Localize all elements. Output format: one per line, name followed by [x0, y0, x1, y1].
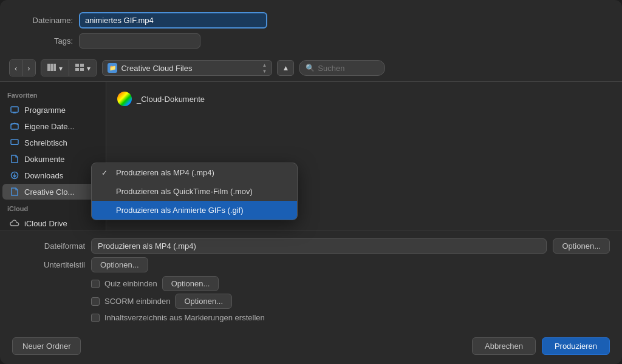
inhalts-checkbox-row: Inhaltsverzeichnis aus Markierungen erst…	[91, 311, 610, 324]
format-dropdown-menu[interactable]: ✓ Produzieren als MP4 (.mp4) Produzieren…	[91, 163, 298, 220]
scorm-options-button[interactable]: Optionen...	[175, 294, 232, 309]
sidebar-item-dokumente[interactable]: Dokumente	[2, 151, 103, 167]
format-selector[interactable]: Produzieren als MP4 (.mp4)	[91, 238, 547, 254]
sidebar: Favoriten Programme Eigene Date... Schre…	[0, 82, 106, 231]
search-icon: 🔍	[306, 64, 315, 72]
subtitle-options-button[interactable]: Optionen...	[91, 257, 148, 272]
sidebar-item-label: iCloud Drive	[24, 219, 67, 228]
sidebar-item-eigene[interactable]: Eigene Date...	[2, 118, 103, 134]
file-item-label: _Cloud-Dokumente	[137, 95, 205, 104]
back-button[interactable]: ‹	[10, 60, 22, 76]
sidebar-item-downloads[interactable]: Downloads	[2, 167, 103, 183]
svg-rect-0	[47, 64, 50, 71]
sidebar-item-label: Eigene Date...	[24, 122, 74, 131]
svg-rect-7	[11, 107, 18, 112]
scorm-label: SCORM einbinden	[104, 297, 170, 306]
bottom-buttons: Neuer Ordner Abbrechen Produzieren	[0, 331, 622, 364]
dropdown-item-label: Produzieren als MP4 (.mp4)	[116, 168, 214, 177]
svg-rect-3	[75, 64, 79, 67]
sidebar-item-label: Downloads	[24, 171, 63, 180]
new-folder-button[interactable]: Neuer Ordner	[12, 337, 81, 355]
sidebar-item-label: Schreibtisch	[24, 138, 67, 147]
checkbox-area: Quiz einbinden Optionen... SCORM einbind…	[91, 276, 610, 324]
view-mode-group: ▾ ▾	[41, 59, 98, 76]
favorites-section-label: Favoriten	[0, 87, 106, 101]
sidebar-item-label: Creative Clo...	[24, 187, 74, 197]
quiz-row: Quiz einbinden Optionen...	[91, 276, 610, 291]
quiz-options-button[interactable]: Optionen...	[162, 276, 219, 291]
location-arrows-icon: ▲ ▼	[262, 62, 267, 74]
svg-rect-6	[80, 68, 84, 71]
inhalts-label: Inhaltsverzeichnis aus Markierungen erst…	[104, 313, 265, 322]
sidebar-item-schreibtisch[interactable]: Schreibtisch	[2, 135, 103, 150]
format-current-value: Produzieren als MP4 (.mp4)	[98, 241, 196, 251]
dropdown-item-label: Produzieren als QuickTime-Film (.mov)	[116, 187, 253, 196]
filename-label: Dateiname:	[18, 16, 73, 25]
sidebar-item-label: Programme	[24, 106, 66, 115]
nav-group: ‹ ›	[9, 59, 36, 76]
dropdown-item-gif[interactable]: Produzieren als Animierte GIFs (.gif)	[92, 201, 297, 220]
dropdown-item-label: Produzieren als Animierte GIFs (.gif)	[116, 206, 244, 215]
file-item-cloud-docs[interactable]: _Cloud-Dokumente	[112, 88, 616, 110]
creative-icon	[10, 187, 19, 197]
bottom-form-area: Dateiformat ✓ Produzieren als MP4 (.mp4)…	[0, 231, 622, 331]
svg-rect-2	[53, 64, 56, 71]
location-selector[interactable]: 📁 Creative Cloud Files ▲ ▼	[102, 60, 272, 76]
right-buttons: Abbrechen Produzieren	[472, 337, 610, 355]
format-selector-container: ✓ Produzieren als MP4 (.mp4) Produzieren…	[91, 238, 547, 254]
cancel-button[interactable]: Abbrechen	[472, 337, 536, 355]
quiz-checkbox-row: Quiz einbinden	[91, 277, 157, 290]
svg-rect-5	[75, 68, 79, 71]
svg-rect-11	[11, 140, 18, 144]
programme-icon	[10, 105, 19, 115]
format-label: Dateiformat	[12, 241, 85, 251]
inhalts-checkbox[interactable]	[91, 314, 100, 322]
tags-label: Tags:	[18, 36, 73, 46]
svg-rect-1	[50, 64, 53, 71]
icloud-section-label: iCloud	[0, 200, 106, 215]
format-options-button[interactable]: Optionen...	[553, 238, 610, 254]
forward-button[interactable]: ›	[22, 60, 35, 76]
filename-row: Dateiname:	[18, 12, 604, 29]
save-dialog: Dateiname: Tags: ‹ › ▾	[0, 0, 622, 364]
up-button[interactable]: ▲	[277, 60, 294, 76]
schreibtisch-icon	[10, 138, 19, 147]
checkmark-mp4: ✓	[101, 169, 111, 177]
format-row: Dateiformat ✓ Produzieren als MP4 (.mp4)…	[12, 238, 610, 254]
dropdown-item-mov[interactable]: Produzieren als QuickTime-Film (.mov)	[92, 182, 297, 201]
location-label: Creative Cloud Files	[121, 64, 258, 73]
subtitle-label: Untertitelstil	[12, 260, 85, 269]
cloud-docs-icon	[117, 92, 132, 106]
dropdown-item-mp4[interactable]: ✓ Produzieren als MP4 (.mp4)	[92, 163, 297, 182]
view-column-button[interactable]: ▾	[41, 60, 69, 76]
svg-rect-4	[80, 64, 84, 67]
quiz-checkbox[interactable]	[91, 280, 100, 288]
quiz-label: Quiz einbinden	[104, 279, 157, 288]
toolbar: ‹ › ▾ ▾ 📁	[0, 55, 622, 82]
dokumente-icon	[10, 154, 19, 164]
location-folder-icon: 📁	[108, 63, 117, 73]
downloads-icon	[10, 170, 19, 180]
scorm-checkbox[interactable]	[91, 297, 100, 306]
tags-row: Tags:	[18, 33, 604, 49]
search-input[interactable]	[318, 64, 378, 73]
scorm-row: SCORM einbinden Optionen...	[91, 294, 610, 309]
tags-input[interactable]	[79, 33, 200, 49]
view-grid-button[interactable]: ▾	[69, 60, 97, 76]
top-form-area: Dateiname: Tags:	[0, 0, 622, 55]
scorm-checkbox-row: SCORM einbinden	[91, 295, 170, 308]
sidebar-item-label: Dokumente	[24, 155, 64, 164]
icloud-icon	[10, 218, 19, 228]
filename-input[interactable]	[79, 12, 267, 29]
sidebar-item-programme[interactable]: Programme	[2, 102, 103, 118]
search-box: 🔍	[299, 60, 385, 76]
sidebar-item-icloud[interactable]: iCloud Drive	[2, 215, 103, 231]
eigene-icon	[10, 121, 19, 131]
subtitle-row: Untertitelstil Optionen...	[12, 257, 610, 272]
sidebar-item-creative[interactable]: Creative Clo...	[2, 184, 103, 200]
produce-button[interactable]: Produzieren	[542, 337, 610, 355]
